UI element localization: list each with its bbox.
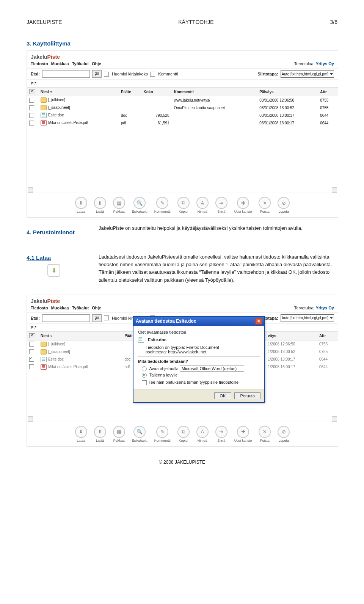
esikatselu-button[interactable]: 🔍Esikatselu: [132, 197, 147, 213]
app-screenshot-2: JakeluPiste Tiedosto Muokkaa Työkalut Oh…: [27, 295, 338, 447]
header-center: KÄYTTÖOHJE: [178, 19, 213, 25]
label-comment: Kommentti: [158, 72, 178, 76]
menu-tools-b[interactable]: Työkalut: [72, 306, 89, 310]
scroll-left-icon[interactable]: [28, 187, 33, 193]
col-size[interactable]: Koko: [141, 88, 172, 96]
toolbar-label: Lisää: [94, 439, 106, 442]
nimea-button[interactable]: ANimeä: [196, 197, 209, 213]
toolbar-label: Kommentti: [154, 439, 171, 442]
dialog-question: Mitä tiedostolle tehdään?: [138, 359, 188, 364]
kommentti-button[interactable]: ✎Kommentti: [154, 197, 171, 213]
poista-button[interactable]: ✕Poista: [259, 426, 271, 442]
row-checkbox[interactable]: [29, 113, 34, 118]
checkbox-case[interactable]: [104, 72, 109, 77]
file-icon: [138, 337, 144, 343]
siirra-button[interactable]: ➔Siirrä: [215, 426, 228, 442]
menu-edit[interactable]: Muokkaa: [51, 61, 69, 66]
checkbox-comment[interactable]: [150, 72, 155, 77]
menu-edit-b[interactable]: Muokkaa: [51, 306, 69, 310]
col-ext[interactable]: Pääte: [119, 88, 141, 96]
menu-file[interactable]: Tiedosto: [31, 61, 48, 66]
kopioi-button[interactable]: ⧉Kopioi: [177, 197, 190, 213]
lisaa-icon: ⬆: [94, 426, 106, 438]
welcome-user: Yritys Oy: [316, 61, 334, 66]
esikatselu-button[interactable]: 🔍Esikatselu: [132, 426, 147, 442]
menu-help-b[interactable]: Ohje: [92, 306, 101, 310]
table-row[interactable]: [_julkinen]www.jakelu.net/yritys/03/01/2…: [27, 96, 338, 104]
toolbar-label: Poista: [259, 439, 271, 442]
col-attr[interactable]: Attr: [318, 88, 338, 96]
row-checkbox[interactable]: [29, 364, 34, 369]
cancel-button[interactable]: Peruuta: [234, 392, 260, 399]
kommentti-button[interactable]: ✎Kommentti: [154, 426, 171, 442]
lopeta-button[interactable]: ⊘Lopeta: [278, 426, 290, 442]
checkbox-remember[interactable]: [142, 380, 147, 385]
go-button-b[interactable]: go: [92, 314, 102, 322]
pdf-icon: [41, 364, 47, 370]
col-date[interactable]: Päiväys: [257, 88, 318, 96]
lisaa-button[interactable]: ⬆Lisää: [94, 426, 106, 442]
nimea-button[interactable]: ANimeä: [196, 426, 209, 442]
scroll-right-icon-b[interactable]: [332, 416, 337, 422]
lopeta-button[interactable]: ⊘Lopeta: [278, 197, 290, 213]
row-checkbox[interactable]: [29, 357, 34, 362]
up-button-b[interactable]: ^: [29, 333, 35, 338]
lopeta-icon: ⊘: [278, 197, 290, 209]
pakkaa-button[interactable]: ▦Pakkaa: [113, 426, 125, 442]
table-row[interactable]: [_saapuneet]OmaPisteen kautta saapuneet0…: [27, 104, 338, 111]
kopioi-icon: ⧉: [177, 426, 190, 438]
dialog-type-line: Tiedoston on tyyppiä: Firefox Document: [146, 345, 260, 350]
radio-save[interactable]: [142, 373, 147, 378]
row-checkbox[interactable]: [29, 349, 34, 354]
lataa-button[interactable]: ⬇Lataa: [75, 197, 87, 213]
chevron-down-icon-b: [330, 317, 333, 319]
uusikansio-button[interactable]: ✚Uusi kansio: [234, 197, 252, 213]
scroll-left-icon-b[interactable]: [28, 416, 33, 422]
lisaa-button[interactable]: ⬆Lisää: [94, 197, 106, 213]
label-save: Tallenna levylle: [149, 373, 178, 377]
toolbar-label: Pakkaa: [113, 439, 125, 442]
ok-button[interactable]: OK: [214, 392, 232, 399]
go-button[interactable]: go: [92, 70, 102, 78]
toolbar-label: Lopeta: [278, 439, 290, 442]
siirra-button[interactable]: ➔Siirrä: [215, 197, 228, 213]
close-icon[interactable]: ✕: [255, 318, 262, 325]
open-with-select[interactable]: Microsoft Office Word (oletus): [180, 366, 244, 372]
nimea-icon: A: [196, 426, 209, 438]
chevron-down-icon: [330, 73, 333, 75]
scroll-right-icon[interactable]: [332, 187, 337, 193]
search-input-b[interactable]: [42, 314, 90, 322]
transfer-select-b[interactable]: Auto [txt,htm,html,cgi,pl,pm]: [281, 314, 334, 322]
toolbar-label: Poista: [259, 210, 271, 213]
poista-button[interactable]: ✕Poista: [259, 197, 271, 213]
transfer-select[interactable]: Auto [txt,htm,html,cgi,pl,pm]: [281, 70, 334, 78]
col-name[interactable]: Nimi: [38, 88, 119, 96]
col-comment[interactable]: Kommentti: [172, 88, 257, 96]
row-checkbox[interactable]: [29, 121, 34, 126]
uusikansio-button[interactable]: ✚Uusi kansio: [234, 426, 252, 442]
row-checkbox[interactable]: [29, 98, 34, 103]
col-attr-b[interactable]: Attr: [317, 331, 338, 340]
up-button[interactable]: ^: [29, 89, 35, 94]
uusikansio-icon: ✚: [237, 197, 249, 209]
toolbar-label: Kopioi: [177, 210, 190, 213]
row-checkbox[interactable]: [29, 105, 34, 110]
checkbox-case-b[interactable]: [104, 315, 109, 320]
col-name-b[interactable]: Nimi: [38, 331, 122, 340]
pakkaa-button[interactable]: ▦Pakkaa: [113, 197, 125, 213]
lataa-button[interactable]: ⬇Lataa: [75, 426, 87, 442]
table-row[interactable]: Mikä on JakeluPiste.pdfpdf61,59103/01/20…: [27, 119, 338, 127]
table-row[interactable]: Esite.docdoc790,52803/01/2008 13:00:1706…: [27, 111, 338, 119]
file-grid: ^ Nimi Pääte Koko Kommentti Päiväys Attr…: [27, 87, 338, 127]
menu-tools[interactable]: Työkalut: [72, 61, 89, 66]
menu-help[interactable]: Ohje: [92, 61, 101, 66]
menu-file-b[interactable]: Tiedosto: [31, 306, 48, 310]
col-date-b[interactable]: väys: [265, 331, 317, 340]
row-checkbox[interactable]: [29, 342, 34, 347]
search-input[interactable]: [42, 70, 90, 78]
radio-open[interactable]: [142, 366, 147, 371]
lataa-icon: ⬇: [75, 426, 87, 438]
toolbar-label: Lataa: [75, 210, 87, 213]
kopioi-button[interactable]: ⧉Kopioi: [177, 426, 190, 442]
path-b: /*.*: [31, 325, 36, 330]
